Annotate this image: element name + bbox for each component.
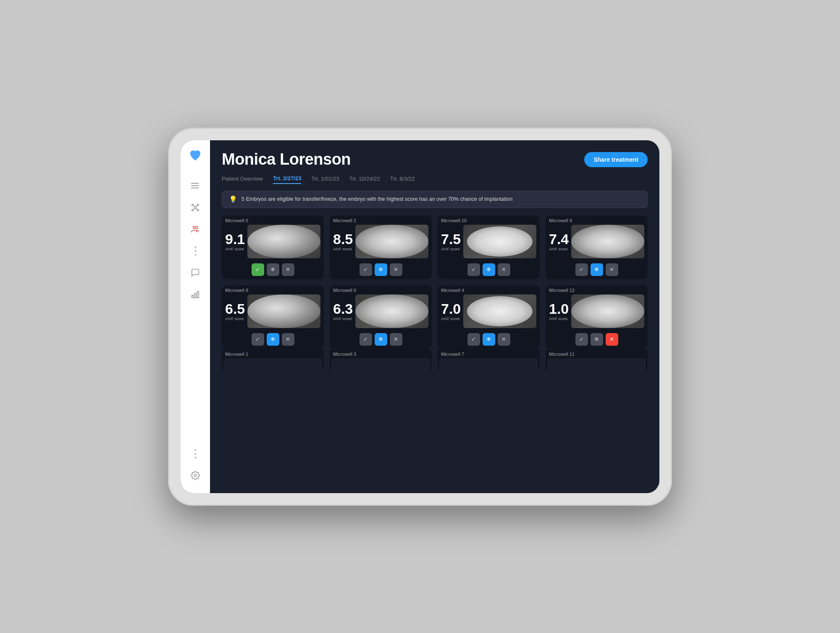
embryo-image-5: [355, 294, 428, 328]
embryo-img-0: [247, 225, 320, 258]
check-button-5[interactable]: ✓: [360, 333, 372, 346]
tab-trt-0123[interactable]: Trt. 1/01/23: [311, 176, 339, 184]
embryo-img-3: [571, 225, 644, 258]
score-section-2: 7.5 AIVF score: [441, 232, 461, 251]
svg-point-5: [191, 187, 192, 189]
reject-button-7[interactable]: ✕: [606, 333, 618, 346]
embryo-image-3: [571, 225, 644, 258]
embryo-image-7: [571, 294, 644, 328]
embryo-image-0: [247, 225, 320, 258]
svg-line-11: [193, 205, 194, 207]
partial-img-1: [331, 358, 430, 372]
partial-row: Microwell 1 Microwell 3 Microwell 7 Micr…: [222, 349, 648, 372]
freeze-button-5[interactable]: ❄: [375, 333, 387, 346]
card-actions-3: ✓ ❄ ✕: [546, 261, 648, 279]
partial-img-3: [547, 358, 646, 372]
score-section-0: 9.1 AIVF score: [225, 232, 245, 251]
reject-button-4[interactable]: ✕: [282, 333, 294, 346]
freeze-button-2[interactable]: ❄: [483, 263, 495, 276]
sidebar-bottom: [186, 445, 205, 485]
card-score-2: 7.5: [441, 232, 461, 246]
tab-patient-overview[interactable]: Patient Overview: [222, 176, 263, 184]
svg-point-9: [192, 209, 194, 211]
sidebar-divider: [194, 246, 197, 256]
score-label-0: AIVF score: [225, 247, 245, 251]
svg-point-3: [191, 183, 192, 184]
embryo-card-1: Microwell 2 8.5 AIVF score ✓ ❄ ✕: [330, 215, 432, 279]
card-score-1: 8.5: [333, 232, 353, 246]
check-button-3[interactable]: ✓: [575, 263, 588, 276]
tab-trt-0822[interactable]: Trt. 8/3/22: [390, 176, 415, 184]
embryo-img-7: [571, 294, 644, 328]
score-section-4: 6.5 AIVF score: [225, 302, 245, 321]
sidebar-item-settings[interactable]: [186, 466, 205, 485]
freeze-button-4[interactable]: ❄: [267, 333, 279, 346]
freeze-button-6[interactable]: ❄: [483, 333, 495, 346]
reject-button-5[interactable]: ✕: [390, 333, 402, 346]
embryo-img-2: [467, 226, 533, 257]
embryo-image-4: [247, 294, 320, 328]
embryo-card-0: Microwell 5 9.1 AIVF score ✓ ❄ ✕: [222, 215, 324, 279]
sidebar-item-users[interactable]: [186, 220, 205, 239]
freeze-button-1[interactable]: ❄: [375, 263, 387, 276]
reject-button-1[interactable]: ✕: [390, 263, 402, 276]
score-label-6: AIVF score: [441, 317, 461, 321]
sidebar-item-chat[interactable]: [186, 263, 205, 282]
sidebar-divider-2: [194, 449, 197, 459]
check-button-7[interactable]: ✓: [575, 333, 588, 346]
svg-point-7: [192, 204, 194, 205]
svg-point-8: [197, 204, 199, 205]
score-section-7: 1.0 AIVF score: [549, 302, 569, 321]
embryo-image-2: [463, 225, 536, 258]
freeze-button-7[interactable]: ❄: [591, 333, 603, 346]
check-button-6[interactable]: ✓: [467, 333, 480, 346]
svg-point-4: [191, 185, 192, 186]
card-body-7: 1.0 AIVF score: [546, 293, 648, 331]
sidebar-item-list[interactable]: [186, 176, 205, 195]
alert-text: 5 Embryos are eligible for transfer/free…: [242, 196, 512, 202]
embryo-img-1: [355, 225, 428, 258]
score-section-1: 8.5 AIVF score: [333, 232, 353, 251]
sidebar-item-network[interactable]: [186, 198, 205, 217]
embryo-card-2: Microwell 10 7.5 AIVF score ✓ ❄ ✕: [438, 215, 540, 279]
card-score-6: 7.0: [441, 302, 461, 316]
embryo-card-6: Microwell 4 7.0 AIVF score ✓ ❄ ✕: [438, 285, 540, 349]
partial-card-2: Microwell 7: [438, 349, 540, 372]
card-microwell-label-4: Microwell 8: [222, 285, 324, 293]
embryo-img-5: [355, 294, 428, 328]
freeze-button-0[interactable]: ❄: [267, 263, 279, 276]
card-body-6: 7.0 AIVF score: [438, 293, 540, 331]
tab-trt-1024[interactable]: Trt. 10/24/22: [349, 176, 380, 184]
svg-point-20: [194, 474, 197, 477]
svg-rect-19: [197, 291, 199, 298]
check-button-4[interactable]: ✓: [252, 333, 264, 346]
card-microwell-label-2: Microwell 10: [438, 215, 540, 223]
svg-line-13: [193, 208, 194, 209]
partial-card-0: Microwell 1: [222, 349, 324, 372]
embryo-image-6: [463, 294, 536, 328]
freeze-button-3[interactable]: ❄: [591, 263, 603, 276]
reject-button-3[interactable]: ✕: [606, 263, 618, 276]
card-microwell-label-1: Microwell 2: [330, 215, 432, 223]
reject-button-6[interactable]: ✕: [498, 333, 510, 346]
reject-button-0[interactable]: ✕: [282, 263, 294, 276]
check-button-0[interactable]: ✓: [252, 263, 264, 276]
card-microwell-label-7: Microwell 12: [546, 285, 648, 293]
app-logo: [189, 149, 202, 164]
card-actions-1: ✓ ❄ ✕: [330, 261, 432, 279]
card-actions-4: ✓ ❄ ✕: [222, 331, 324, 349]
reject-button-2[interactable]: ✕: [498, 263, 510, 276]
sidebar-item-chart[interactable]: [186, 285, 205, 304]
embryo-grid: Microwell 5 9.1 AIVF score ✓ ❄ ✕: [222, 215, 648, 349]
check-button-2[interactable]: ✓: [467, 263, 480, 276]
card-actions-2: ✓ ❄ ✕: [438, 261, 540, 279]
partial-microwell-2: Microwell 7: [438, 349, 540, 357]
card-score-4: 6.5: [225, 302, 245, 316]
score-section-3: 7.4 AIVF score: [549, 232, 569, 251]
check-button-1[interactable]: ✓: [360, 263, 372, 276]
partial-card-3: Microwell 11: [546, 349, 648, 372]
score-label-7: AIVF score: [549, 317, 569, 321]
tab-trt-0227[interactable]: Trt. 2/27/23: [273, 175, 301, 184]
share-treatment-button[interactable]: Share treatment: [584, 152, 648, 167]
card-actions-6: ✓ ❄ ✕: [438, 331, 540, 349]
